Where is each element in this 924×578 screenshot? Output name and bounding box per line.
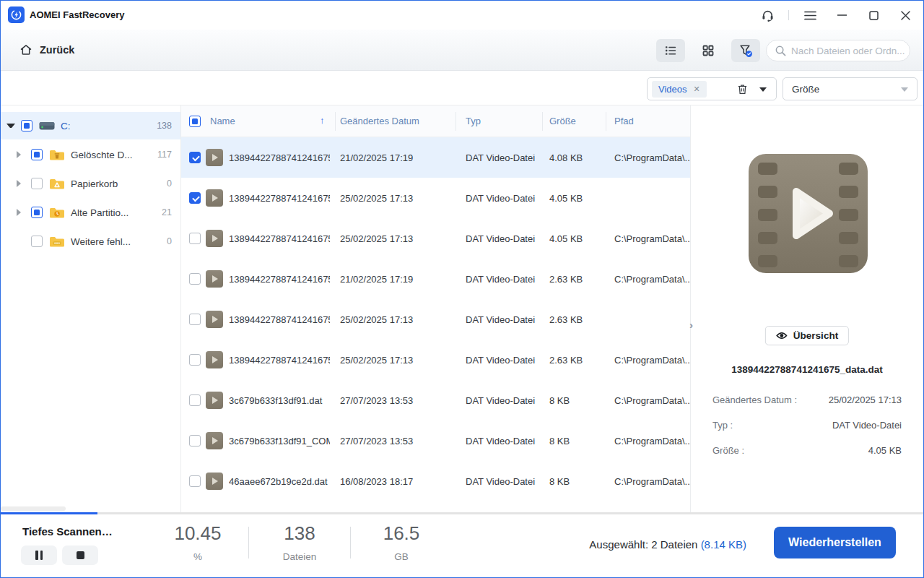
sidebar-item[interactable]: Gelöschte D... 117 <box>1 141 180 168</box>
sidebar-item[interactable]: Weitere fehl... 0 <box>1 228 180 255</box>
cell-date: 25/02/2025 17:13 <box>340 355 413 366</box>
cell-path: C:\ProgramData\... <box>614 355 687 366</box>
back-button[interactable]: Zurück <box>19 40 74 60</box>
expand-arrow-icon[interactable] <box>17 151 25 158</box>
select-all-checkbox[interactable] <box>189 116 201 127</box>
detail-value: DAT Video-Datei <box>832 420 902 431</box>
folder-recycle-icon <box>49 178 65 190</box>
scan-status-label: Tiefes Scannen… <box>22 525 113 538</box>
detail-label: Typ : <box>712 420 733 431</box>
video-thumbnail-icon <box>206 432 223 449</box>
clear-filter-trash-icon[interactable] <box>736 83 749 98</box>
sort-ascending-icon[interactable]: ↑ <box>320 115 325 126</box>
row-checkbox[interactable] <box>189 475 201 487</box>
app-window: AOMEI FastRecovery Zurück <box>1 1 923 577</box>
detail-row: Typ : DAT Video-Datei <box>712 420 902 433</box>
recover-button[interactable]: Wiederherstellen <box>774 527 896 558</box>
sidebar-horizontal-scrollbar[interactable] <box>1 506 66 511</box>
sidebar-checkbox[interactable] <box>31 149 43 160</box>
column-header-name[interactable]: Name <box>210 116 235 126</box>
table-row[interactable]: 3c679b633f13df91.dat 27/07/2023 13:53 DA… <box>181 380 690 420</box>
row-checkbox[interactable] <box>189 152 201 163</box>
row-checkbox[interactable] <box>189 394 201 406</box>
grid-view-icon <box>702 44 715 57</box>
stat-unit: GB <box>351 551 452 562</box>
status-bar: Tiefes Scannen… 10.45 % 138 Dateien 16.5… <box>1 512 923 577</box>
cell-path: C:\ProgramData\... <box>614 476 687 487</box>
sidebar-checkbox[interactable] <box>31 207 43 218</box>
stop-scan-button[interactable] <box>62 545 98 565</box>
column-divider <box>606 112 606 131</box>
search-input[interactable] <box>791 40 907 61</box>
column-divider <box>542 112 543 131</box>
selection-text: Ausgewählt: 2 Dateien <box>589 538 700 551</box>
collapse-panel-icon[interactable]: › <box>689 319 693 331</box>
list-view-button[interactable] <box>656 39 685 62</box>
sidebar-item-count: 0 <box>167 236 172 246</box>
table-row[interactable]: 13894422788741241675_tri... 21/02/2025 1… <box>181 259 690 299</box>
chevron-down-icon[interactable] <box>759 87 767 92</box>
video-thumbnail-icon <box>206 311 223 328</box>
minimize-icon[interactable] <box>831 4 853 26</box>
table-row[interactable]: 13894422788741241675_d... 21/02/2025 17:… <box>181 137 690 178</box>
overview-button[interactable]: Übersicht <box>765 326 849 345</box>
sidebar-item[interactable]: Papierkorb 0 <box>1 170 180 197</box>
sidebar-checkbox[interactable] <box>31 178 43 189</box>
folder-trash-icon <box>49 149 65 161</box>
sidebar-item[interactable]: C: 138 <box>1 112 180 139</box>
column-header-size[interactable]: Größe <box>549 116 576 126</box>
column-header-date[interactable]: Geändertes Datum <box>340 116 419 126</box>
column-divider <box>335 112 336 131</box>
detail-value: 4.05 KB <box>868 445 902 456</box>
close-icon[interactable] <box>894 4 916 26</box>
cell-name: 3c679b633f13df91.dat <box>229 395 330 406</box>
expand-arrow-icon[interactable] <box>6 124 15 128</box>
filter-type-dropdown[interactable]: Videos ✕ <box>647 77 777 100</box>
table-row[interactable]: 13894422788741241675_d... 25/02/2025 17:… <box>181 218 690 259</box>
row-checkbox[interactable] <box>189 233 201 244</box>
support-headset-icon[interactable] <box>757 4 778 26</box>
column-header-path[interactable]: Pfad <box>614 116 634 126</box>
row-checkbox[interactable] <box>189 273 201 285</box>
detail-label: Größe : <box>712 445 744 456</box>
column-header-type[interactable]: Typ <box>466 116 481 126</box>
sidebar-item-label: Papierkorb <box>71 178 118 189</box>
expand-arrow-icon[interactable] <box>17 180 25 187</box>
folder-dots-icon <box>49 236 65 248</box>
row-checkbox[interactable] <box>189 354 201 366</box>
maximize-icon[interactable] <box>863 4 884 26</box>
table-row[interactable]: 3c679b633f13df91_COM1... 27/07/2023 13:5… <box>181 420 690 461</box>
cell-name: 13894422788741241675_d... <box>229 193 330 204</box>
search-box <box>766 40 910 61</box>
table-row[interactable]: 13894422788741241675_tri... 25/02/2025 1… <box>181 340 690 380</box>
file-table: Name ↑ Geändertes Datum Typ Größe Pfad 1… <box>181 105 690 512</box>
sidebar-item-label: Gelöschte D... <box>71 150 133 160</box>
grid-view-button[interactable] <box>694 39 723 62</box>
sidebar-checkbox[interactable] <box>21 120 32 131</box>
row-checkbox[interactable] <box>189 314 201 325</box>
row-checkbox[interactable] <box>189 435 201 447</box>
table-row[interactable]: 13894422788741241675_tri... 25/02/2025 1… <box>181 299 690 340</box>
folder-clock-icon <box>49 207 65 219</box>
toolbar: Zurück <box>1 30 923 71</box>
row-checkbox[interactable] <box>189 192 201 204</box>
size-dropdown[interactable]: Größe <box>783 77 918 100</box>
sidebar-item[interactable]: Alte Partitio... 21 <box>1 199 180 226</box>
sidebar-checkbox[interactable] <box>31 236 43 247</box>
pause-scan-button[interactable] <box>21 545 57 565</box>
cell-size: 8 KB <box>549 436 570 447</box>
cell-path: C:\ProgramData\... <box>614 152 687 163</box>
expand-arrow-icon[interactable] <box>17 209 25 216</box>
chip-remove-icon[interactable]: ✕ <box>694 85 700 94</box>
cell-name: 46aaee672b19ce2d.dat <box>229 476 330 487</box>
table-row[interactable]: 13894422788741241675_d... 25/02/2025 17:… <box>181 178 690 218</box>
filter-chip-videos[interactable]: Videos ✕ <box>652 81 707 98</box>
menu-icon[interactable] <box>799 4 821 26</box>
sidebar-item-count: 117 <box>157 150 172 160</box>
chevron-down-icon[interactable] <box>901 87 908 92</box>
table-row[interactable]: 46aaee672b19ce2d.dat 16/08/2023 18:17 DA… <box>181 461 690 501</box>
sidebar-item-count: 21 <box>162 207 172 217</box>
stat-value: 16.5 <box>351 522 452 545</box>
filter-button[interactable] <box>731 39 760 62</box>
app-logo-icon <box>8 7 25 23</box>
